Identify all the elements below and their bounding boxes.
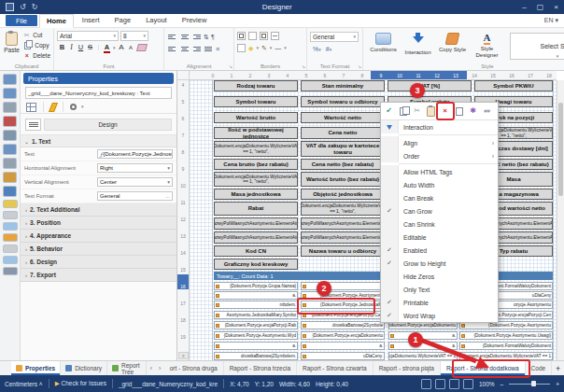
- component-icon-10[interactable]: [3, 200, 18, 208]
- component-icon-12[interactable]: [3, 222, 18, 231]
- table-label-cell[interactable]: Wartość netto: [301, 112, 385, 123]
- zoom-out-button[interactable]: –: [501, 381, 504, 387]
- categories-view-icon[interactable]: [26, 103, 36, 112]
- table-label-cell[interactable]: VAT [%]: [388, 80, 472, 91]
- align-top-button[interactable]: [167, 32, 177, 41]
- tab-insert[interactable]: Insert: [76, 14, 106, 28]
- table-label-cell[interactable]: {NazwyPolWlasnychAsortymentu.ElementAt(5…: [301, 231, 385, 244]
- menu-item-only-text[interactable]: Only Text: [381, 283, 498, 296]
- font-color-button[interactable]: A: [104, 44, 110, 51]
- component-icon-2[interactable]: [3, 88, 17, 99]
- conditions-button[interactable]: Conditions: [366, 30, 401, 61]
- table-label-cell[interactable]: Ilość w podstawowej jednostce: [214, 127, 298, 139]
- strikethrough-button[interactable]: S: [87, 44, 93, 51]
- table-label-cell[interactable]: {NazwyPolWlasnychAsortymentu.ElementAt(0…: [214, 217, 298, 230]
- angle-button[interactable]: ¶: [211, 34, 215, 40]
- maximize-button[interactable]: ▢: [532, 0, 548, 14]
- tab-preview[interactable]: Preview: [176, 14, 214, 28]
- scrollbar-thumb[interactable]: [558, 103, 563, 196]
- property-value-input[interactable]: Center▾: [97, 177, 173, 187]
- section--export[interactable]: ›7. Export: [21, 269, 176, 282]
- property-value-input[interactable]: ƒ{Dokument.Pozycje.JednostkaMi...: [97, 149, 173, 159]
- tab-layout[interactable]: Layout: [139, 14, 174, 28]
- selected-object-name[interactable]: _grid___dane_Numeryczny_kod_kreskowy : T…: [25, 87, 172, 99]
- inside-borders-button[interactable]: [271, 32, 279, 40]
- table-label-cell[interactable]: Symbol towaru: [214, 96, 298, 107]
- bold-button[interactable]: B: [59, 44, 65, 51]
- component-icon-3[interactable]: [3, 102, 17, 113]
- shrink-font-button[interactable]: A: [128, 45, 134, 50]
- table-label-cell[interactable]: Masa jednostkowa: [214, 189, 298, 200]
- section--appearance[interactable]: ›4. Appearance: [21, 230, 176, 243]
- table-label-cell[interactable]: Symbol towaru u odbiorcy: [301, 96, 385, 107]
- zoom-slider[interactable]: [509, 384, 550, 385]
- data-expression-cell[interactable]: a.: [388, 342, 458, 350]
- clear-formatting-button[interactable]: [136, 44, 148, 51]
- dialog-launcher-icon[interactable]: ↘: [358, 63, 361, 69]
- menu-icon[interactable]: [25, 119, 41, 131]
- table-label-cell[interactable]: Rodzaj towaru: [214, 80, 298, 91]
- copy-button[interactable]: [397, 105, 409, 118]
- number-format-button[interactable]: %▾: [313, 46, 321, 52]
- copy-style-button[interactable]: Copy Style: [435, 30, 470, 61]
- events-icon[interactable]: [49, 103, 58, 112]
- property-value-input[interactable]: Right▾: [97, 163, 173, 173]
- add-page-button[interactable]: +: [552, 361, 564, 375]
- zoom-in-button[interactable]: +: [556, 381, 559, 387]
- ellipsis-button[interactable]: ...: [165, 193, 170, 199]
- component-icon-9[interactable]: [3, 186, 17, 197]
- component-icon-11[interactable]: [3, 211, 18, 219]
- table-label-cell[interactable]: Stan minimalny: [301, 80, 385, 91]
- data-expression-cell[interactable]: a.: [301, 342, 385, 350]
- page-tab-ort-strona-druga[interactable]: ort - Strona druga: [164, 361, 224, 375]
- menu-item-enabled[interactable]: ✓Enabled: [381, 244, 498, 257]
- table-label-cell[interactable]: VAT dla zakupu w kartotece towaru: [301, 141, 385, 157]
- dock-tab-dictionary[interactable]: Dictionary: [61, 361, 107, 375]
- section--behavior[interactable]: ›5. Behavior: [21, 243, 176, 256]
- align-right-button[interactable]: [191, 44, 202, 53]
- undo-icon[interactable]: ↺: [20, 4, 26, 11]
- italic-button[interactable]: I: [68, 44, 75, 51]
- data-expression-cell[interactable]: dnostkaBazowej2Symbole: [301, 321, 385, 329]
- data-expression-cell[interactable]: [301, 282, 385, 290]
- data-expression-cell[interactable]: mbolem.: [214, 301, 298, 309]
- page-tab-raport-strona-pi-ta[interactable]: Raport - strona piąta: [374, 361, 441, 375]
- chevron-down-icon[interactable]: ▾: [167, 165, 170, 171]
- table-label-cell[interactable]: Cena brutto (bez rabatu): [214, 159, 298, 170]
- menu-item-grow-to-height[interactable]: ✓Grow to Height: [381, 257, 498, 270]
- section--design[interactable]: ›6. Design: [21, 256, 176, 269]
- table-label-cell[interactable]: {NazwyPolWlasnychAsortymentu.ElementAt(4…: [214, 231, 298, 244]
- table-label-cell[interactable]: {Dokument.encjaDokumentu.WyliczenieVAT =…: [301, 202, 385, 216]
- dock-tab-report-tree[interactable]: Report Tree: [107, 361, 147, 375]
- table-label-cell[interactable]: Cena netto (bez rabatu): [301, 159, 385, 170]
- data-expression-cell[interactable]: uDlaCeny.: [301, 352, 385, 360]
- gear-icon[interactable]: [70, 104, 77, 110]
- page-tab-raport-strona-czwarta[interactable]: Raport - Strona czwarta: [297, 361, 374, 375]
- menu-item-interaction[interactable]: Interaction: [381, 120, 498, 133]
- cut-button[interactable]: ✂Cut: [22, 30, 50, 40]
- border-style-button[interactable]: [237, 44, 246, 52]
- fill-color-button[interactable]: ◆: [248, 45, 253, 51]
- data-expression-cell[interactable]: {Dokument.Pozycje.Asortymentu.Wyd: [214, 331, 298, 340]
- view-mode-icon-1[interactable]: [421, 379, 431, 389]
- menu-item-allow-html-tags[interactable]: Allow HTML Tags: [381, 165, 498, 178]
- component-icon-16[interactable]: [3, 267, 18, 275]
- file-button[interactable]: File: [6, 15, 37, 26]
- menu-item-can-grow[interactable]: ✓Can Grow: [381, 204, 498, 217]
- property-value-input[interactable]: General...: [97, 191, 173, 201]
- page-tab-raport-strona-trzecia[interactable]: Raport - Strona trzecia: [224, 361, 297, 375]
- units-selector[interactable]: Centimeters ˄: [5, 381, 43, 387]
- table-label-cell[interactable]: Symbol PKWiU: [474, 80, 553, 91]
- menu-item-word-wrap[interactable]: ✓Word Wrap: [381, 309, 498, 322]
- data-expression-cell[interactable]: {Dokument.encjaDokumentu.WyliczenieVAT =…: [388, 352, 458, 360]
- table-label-cell[interactable]: Nazwa towaru u odbiorcy: [301, 245, 385, 257]
- format-painter-button[interactable]: ✱: [467, 105, 479, 118]
- table-label-cell[interactable]: Cena netto: [301, 127, 385, 139]
- table-label-cell[interactable]: Kod CN: [214, 245, 298, 257]
- table-label-cell[interactable]: Graficzny kod kreskowy: [214, 259, 298, 270]
- align-bottom-button[interactable]: [191, 32, 202, 41]
- tab-page[interactable]: Page: [108, 14, 138, 28]
- table-label-cell[interactable]: {NazwyPolWlasnychAsortymentu.ElementAt(1…: [301, 217, 385, 230]
- copy-button[interactable]: Copy: [22, 40, 50, 50]
- grow-font-button[interactable]: A: [119, 44, 125, 51]
